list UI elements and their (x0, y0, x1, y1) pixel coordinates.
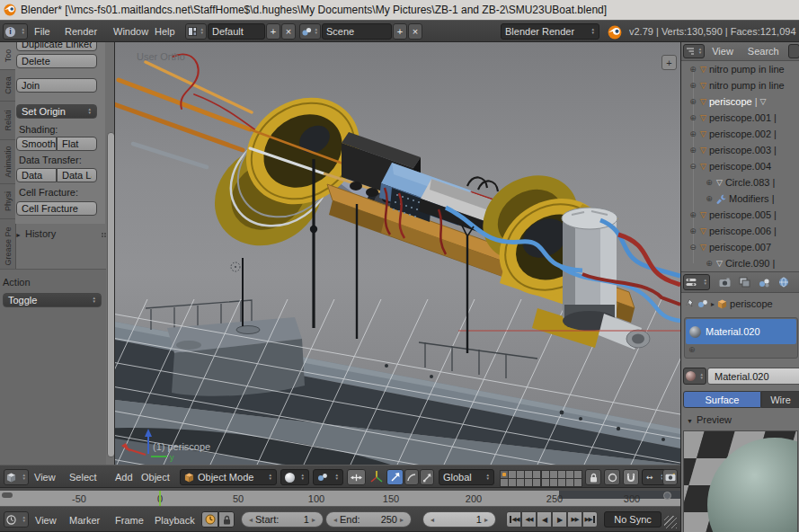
resize-grip[interactable] (664, 516, 677, 528)
stepper-right-icon[interactable]: ▸ (400, 516, 404, 524)
menu-render[interactable]: Render (65, 26, 97, 37)
data-button[interactable]: Data (16, 168, 57, 182)
rotate-manipulator-button[interactable] (404, 469, 419, 485)
expand-icon[interactable]: ⊕ (688, 210, 697, 219)
sync-mode-select[interactable]: No Sync (604, 511, 661, 528)
render-engine-select[interactable]: Blender Render (501, 23, 599, 40)
menu-select[interactable]: Select (69, 472, 97, 483)
menu-window[interactable]: Window (113, 26, 148, 37)
stepper-left-icon[interactable]: ◂ (333, 516, 337, 524)
end-frame-field[interactable]: ◂ End: 250 ▸ (325, 511, 412, 528)
join-button[interactable]: Join (16, 78, 97, 93)
shade-flat-button[interactable]: Flat (57, 137, 97, 151)
duplicate-linked-button[interactable]: Duplicate Linked (16, 42, 97, 51)
tab-relations[interactable]: Relati (0, 102, 15, 140)
scene-lock-button[interactable] (585, 469, 601, 485)
expand-icon[interactable]: ⊕ (688, 81, 697, 90)
tool-shelf-scrollbar[interactable] (107, 132, 115, 457)
editor-type-button[interactable] (4, 469, 29, 485)
menu-playback[interactable]: Playback (155, 515, 195, 526)
next-keyframe-button[interactable]: ▶▶ (567, 511, 582, 528)
outliner-item[interactable]: ⊖▽periscope.004 (681, 158, 799, 174)
outliner-item[interactable]: ⊕▽nitro pump in line (681, 61, 799, 77)
material-name-field[interactable]: Material.020 (707, 368, 799, 385)
start-frame-field[interactable]: ◂ Start: 1 ▸ (241, 511, 324, 528)
tab-render-layers[interactable] (735, 274, 753, 290)
tab-tools[interactable]: Too (0, 42, 15, 70)
tab-animation[interactable]: Animatio (0, 140, 15, 184)
delete-button[interactable]: Delete (16, 54, 97, 68)
expand-icon[interactable]: ⊖ (688, 162, 697, 171)
panel-grip-icon[interactable] (102, 233, 103, 235)
expand-icon[interactable]: ⊕ (705, 178, 714, 187)
layers-widget-group2[interactable] (541, 470, 582, 487)
jump-to-start-button[interactable]: ◀◀ (506, 511, 521, 528)
tab-render[interactable] (715, 274, 733, 290)
preview-panel-header[interactable]: Preview (687, 414, 732, 425)
expand-icon[interactable]: ⊖ (688, 243, 697, 252)
previous-keyframe-button[interactable]: ◀◀ (521, 511, 537, 528)
breadcrumb-object-name[interactable]: periscope (730, 298, 773, 309)
cell-fracture-button[interactable]: Cell Fracture (16, 201, 97, 216)
menu-add[interactable]: Add (115, 472, 133, 483)
outliner-menu-view[interactable]: View (712, 46, 733, 57)
outliner-item[interactable]: ⊕▽periscope.006| (681, 223, 799, 239)
material-slot-list[interactable]: Material.020 ⊕ (684, 317, 798, 359)
screen-layout-button[interactable] (185, 23, 207, 40)
current-frame-field[interactable]: ◂ 1 ▸ (422, 511, 496, 528)
expand-icon[interactable]: ⊕ (688, 226, 697, 235)
data-layout-button[interactable]: Data La (57, 168, 97, 182)
set-origin-select[interactable]: Set Origin (16, 104, 97, 119)
outliner-item[interactable]: ⊕▽periscope.003| (681, 142, 799, 158)
outliner-item[interactable]: ⊖▽periscope.007 (681, 239, 799, 255)
surface-tab[interactable]: Surface (683, 391, 761, 408)
editor-type-button[interactable] (4, 511, 29, 528)
add-layout-button[interactable]: + (266, 23, 280, 40)
expand-icon[interactable]: ⊕ (705, 259, 714, 268)
stepper-left-icon[interactable]: ◂ (431, 516, 434, 524)
expand-icon[interactable]: ⊕ (688, 65, 697, 74)
expand-icon[interactable]: ⊕ (705, 194, 714, 203)
region-expand-button[interactable]: + (661, 55, 677, 70)
menu-view[interactable]: View (34, 472, 56, 483)
scale-manipulator-button[interactable] (420, 469, 434, 485)
time-cursor-lock-button[interactable] (201, 511, 218, 528)
menu-frame[interactable]: Frame (115, 515, 144, 526)
expand-icon[interactable]: ⊕ (688, 97, 697, 106)
outliner-item[interactable]: ⊕▽nitro pump in line (681, 77, 799, 93)
play-button[interactable]: ▶ (552, 511, 567, 528)
history-panel-header[interactable]: History (15, 226, 109, 241)
stepper-left-icon[interactable]: ◂ (249, 516, 253, 524)
expand-icon[interactable]: ⊕ (688, 113, 697, 122)
menu-file[interactable]: File (34, 26, 50, 37)
editor-type-button[interactable] (683, 274, 710, 290)
outliner-item-selected[interactable]: ⊕▽periscope|▽ (681, 93, 799, 110)
scene-field[interactable]: Scene (322, 23, 392, 40)
tab-create[interactable]: Crea (0, 70, 15, 102)
editor-type-button[interactable] (683, 44, 705, 58)
outliner-item[interactable]: ⊕▽periscope.002| (681, 126, 799, 142)
menu-object[interactable]: Object (141, 472, 170, 483)
snap-toggle-button[interactable] (623, 469, 639, 485)
viewport-shading-select[interactable] (280, 469, 309, 485)
add-scene-button[interactable]: + (393, 23, 407, 40)
material-slot-selected[interactable]: Material.020 (686, 319, 796, 344)
editor-type-button[interactable]: i (3, 23, 28, 40)
scene-link-icon[interactable] (697, 299, 708, 308)
transform-orientation-select[interactable]: Global (439, 469, 494, 485)
redo-toggle-select[interactable]: Toggle (3, 293, 102, 307)
close-scene-button[interactable]: × (408, 23, 422, 40)
expand-icon[interactable]: ⊕ (688, 146, 697, 155)
close-layout-button[interactable]: × (281, 23, 296, 40)
tab-grease-pencil[interactable]: Grease Pe (0, 219, 15, 274)
outliner-item-child[interactable]: ⊕▽Circle.090| (681, 255, 799, 271)
ruler-scrollbar-right-cap[interactable] (663, 492, 671, 500)
menu-marker[interactable]: Marker (69, 515, 100, 526)
proportional-edit-button[interactable] (604, 469, 620, 485)
pin-icon[interactable] (685, 298, 695, 309)
tab-scene[interactable] (755, 274, 773, 290)
viewport-3d[interactable]: y User Ortho (1) periscope + (115, 42, 680, 465)
lock-button[interactable] (218, 511, 235, 528)
expand-icon[interactable]: ⊕ (688, 129, 697, 138)
tab-object[interactable] (795, 274, 799, 290)
